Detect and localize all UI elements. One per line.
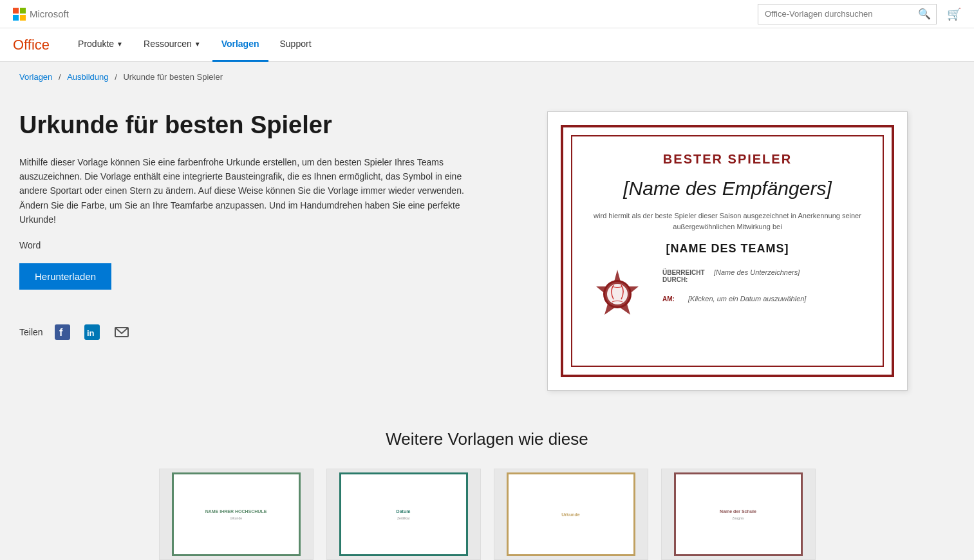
top-bar: Microsoft 🔍 🛒: [0, 0, 974, 28]
linkedin-icon[interactable]: in: [82, 322, 102, 342]
mini-cert-body-1: Urkunde: [230, 516, 242, 520]
cert-signer-placeholder: [Name des Unterzeichners]: [714, 268, 800, 276]
cert-title: BESTER SPIELER: [592, 152, 863, 167]
cert-body-text: wird hiermit als der beste Spieler diese…: [592, 210, 863, 232]
cart-icon[interactable]: 🛒: [947, 7, 961, 21]
mini-cert-title-4: Name der Schule: [720, 509, 756, 514]
cert-presented-label: ÜBERREICHTDURCH:: [662, 269, 714, 283]
facebook-icon[interactable]: f: [52, 322, 73, 342]
nav-item-vorlagen[interactable]: Vorlagen: [212, 28, 268, 62]
nav-item-produkte[interactable]: Produkte ▼: [69, 28, 132, 62]
template-card-preview-3: Urkunde: [494, 469, 648, 559]
search-box[interactable]: 🔍: [758, 4, 937, 24]
nav-item-ressourcen[interactable]: Ressourcen ▼: [135, 28, 210, 62]
nav-item-label: Ressourcen: [144, 39, 192, 49]
nav-item-label: Produkte: [78, 39, 114, 49]
download-button[interactable]: Herunterladen: [19, 263, 111, 290]
further-section: Weitere Vorlagen wie diese NAME IHRER HO…: [0, 404, 974, 560]
cert-mini-3: Urkunde: [507, 472, 635, 556]
cert-date-row: AM: [Klicken, um ein Datum auszuwählen]: [662, 295, 863, 303]
cert-mini-2: Datum Zertifikat: [339, 472, 468, 556]
template-card-2[interactable]: Datum Zertifikat: [326, 469, 481, 560]
mini-cert-body-2: Zertifikat: [397, 516, 409, 520]
cert-seal: [592, 268, 643, 320]
breadcrumb-sep-2: /: [115, 72, 119, 82]
breadcrumb-ausbildung[interactable]: Ausbildung: [67, 72, 108, 82]
breadcrumb-current: Urkunde für besten Spieler: [123, 72, 223, 82]
chevron-down-icon: ▼: [117, 41, 123, 48]
cert-outer-border: BESTER SPIELER [Name des Empfängers] wir…: [561, 125, 894, 377]
microsoft-logo: Microsoft: [13, 8, 69, 21]
mini-cert-title-3: Urkunde: [561, 512, 579, 517]
cert-date-placeholder: [Klicken, um ein Datum auszuwählen]: [688, 295, 806, 303]
svg-text:in: in: [87, 328, 95, 338]
breadcrumb: Vorlagen / Ausbildung / Urkunde für best…: [0, 62, 974, 92]
nav-item-label: Vorlagen: [221, 39, 259, 49]
nav-bar: Office Produkte ▼ Ressourcen ▼ Vorlagen …: [0, 28, 974, 62]
breadcrumb-vorlagen[interactable]: Vorlagen: [19, 72, 52, 82]
cert-team: [NAME DES TEAMS]: [592, 242, 863, 256]
mini-cert-title-2: Datum: [397, 509, 411, 514]
share-row: Teilen f in: [19, 322, 521, 342]
template-card-4[interactable]: Name der Schule Zeugnis: [661, 469, 816, 560]
further-title: Weitere Vorlagen wie diese: [19, 429, 955, 449]
main-content: Urkunde für besten Spieler Mithilfe dies…: [0, 92, 974, 404]
template-cards: NAME IHRER HOCHSCHULE Urkunde Datum Zert…: [19, 469, 955, 560]
cert-date-label: AM:: [662, 295, 682, 303]
mini-cert-body-4: Zeugnis: [733, 516, 744, 520]
description: Mithilfe dieser Vorlage können Sie eine …: [19, 155, 470, 227]
cert-presented-row: ÜBERREICHTDURCH: [Name des Unterzeichner…: [662, 268, 863, 283]
nav-items: Produkte ▼ Ressourcen ▼ Vorlagen Support: [69, 28, 320, 62]
ms-grid-icon: [13, 8, 26, 21]
breadcrumb-sep-1: /: [59, 72, 63, 82]
template-card-preview-2: Datum Zertifikat: [327, 469, 480, 559]
email-icon[interactable]: [111, 322, 132, 342]
app-label: Word: [19, 240, 521, 250]
template-card-preview-1: NAME IHRER HOCHSCHULE Urkunde: [160, 469, 313, 559]
share-label: Teilen: [19, 327, 43, 337]
chevron-down-icon: ▼: [194, 41, 201, 48]
cert-mini-4: Name der Schule Zeugnis: [674, 472, 803, 556]
page-title: Urkunde für besten Spieler: [19, 111, 521, 140]
office-logo-link[interactable]: Office: [13, 37, 50, 53]
search-input[interactable]: [758, 6, 913, 21]
ms-logo-text: Microsoft: [30, 8, 69, 19]
svg-point-8: [607, 284, 628, 304]
template-card-3[interactable]: Urkunde: [494, 469, 648, 560]
nav-item-label: Support: [280, 39, 312, 49]
mini-cert-title-1: NAME IHRER HOCHSCHULE: [205, 509, 267, 514]
left-panel: Urkunde für besten Spieler Mithilfe dies…: [19, 111, 521, 342]
top-bar-right: 🔍 🛒: [758, 4, 961, 24]
template-card-1[interactable]: NAME IHRER HOCHSCHULE Urkunde: [159, 469, 314, 560]
certificate-preview: BESTER SPIELER [Name des Empfängers] wir…: [548, 112, 907, 390]
nav-item-support[interactable]: Support: [271, 28, 321, 62]
cert-recipient: [Name des Empfängers]: [592, 177, 863, 200]
search-button[interactable]: 🔍: [913, 5, 936, 23]
cert-inner: BESTER SPIELER [Name des Empfängers] wir…: [571, 135, 884, 367]
cert-signature-area: ÜBERREICHTDURCH: [Name des Unterzeichner…: [643, 268, 863, 306]
cert-bottom: ÜBERREICHTDURCH: [Name des Unterzeichner…: [592, 268, 863, 320]
cert-mini-1: NAME IHRER HOCHSCHULE Urkunde: [172, 472, 301, 556]
svg-text:f: f: [59, 327, 63, 338]
template-card-preview-4: Name der Schule Zeugnis: [662, 469, 815, 559]
certificate-preview-panel: BESTER SPIELER [Name des Empfängers] wir…: [547, 111, 908, 391]
